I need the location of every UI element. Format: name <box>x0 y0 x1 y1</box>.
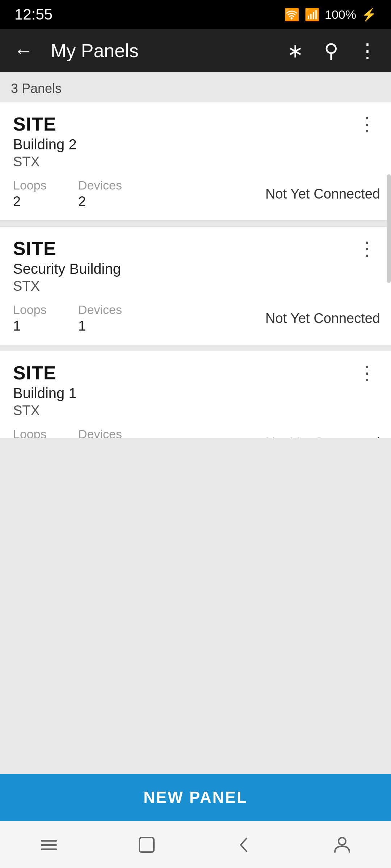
svg-rect-3 <box>139 838 154 852</box>
nav-menu-icon[interactable] <box>27 830 71 859</box>
panel-type-2: STX <box>13 403 77 418</box>
panel-card-0[interactable]: SITE Building 2 STX ⋮ Loops 2 Devices 2 … <box>0 102 391 221</box>
back-button[interactable]: ← <box>11 39 36 62</box>
panel-more-button-1[interactable]: ⋮ <box>354 239 380 258</box>
devices-stat-0: Devices 2 <box>78 178 143 209</box>
loops-label-0: Loops <box>13 178 78 192</box>
svg-rect-1 <box>41 844 57 846</box>
panel-site-label-0: SITE <box>13 113 77 135</box>
panel-name-1: Security Building <box>13 261 121 277</box>
loops-stat-2: Loops 1 <box>13 427 78 438</box>
nav-bar <box>0 821 391 868</box>
panel-more-button-2[interactable]: ⋮ <box>354 363 380 382</box>
spacer <box>0 438 391 774</box>
battery-text: 100% <box>325 8 356 22</box>
panel-card-info-2: SITE Building 1 STX <box>13 362 77 418</box>
panel-stats-2: Loops 1 Devices 1 Not Yet Connected <box>13 427 380 438</box>
panel-stats-1: Loops 1 Devices 1 Not Yet Connected <box>13 303 380 334</box>
status-bar: 12:55 🛜 📶 100% ⚡ <box>0 0 391 29</box>
panel-card-1[interactable]: SITE Security Building STX ⋮ Loops 1 Dev… <box>0 226 391 345</box>
panel-name-2: Building 1 <box>13 385 77 401</box>
loops-value-0: 2 <box>13 194 78 209</box>
devices-label-1: Devices <box>78 303 143 317</box>
svg-rect-2 <box>41 848 57 850</box>
app-bar-title: My Panels <box>51 40 272 61</box>
devices-stat-2: Devices 1 <box>78 427 143 438</box>
signal-icon: 📶 <box>304 7 320 22</box>
battery-icon: ⚡ <box>361 7 377 22</box>
loops-value-1: 1 <box>13 318 78 334</box>
status-icons: 🛜 📶 100% ⚡ <box>284 7 377 22</box>
devices-stat-1: Devices 1 <box>78 303 143 334</box>
wifi-icon: 🛜 <box>284 7 299 22</box>
search-icon[interactable]: ⚲ <box>319 39 344 62</box>
new-panel-button[interactable]: NEW PANEL <box>0 774 391 821</box>
panel-status-0: Not Yet Connected <box>265 186 380 202</box>
devices-label-2: Devices <box>78 427 143 438</box>
nav-profile-icon[interactable] <box>320 830 364 859</box>
loops-stat-0: Loops 2 <box>13 178 78 209</box>
panel-card-2[interactable]: SITE Building 1 STX ⋮ Loops 1 Devices 1 … <box>0 351 391 438</box>
more-options-icon[interactable]: ⋮ <box>355 39 380 62</box>
panel-site-label-2: SITE <box>13 362 77 384</box>
panel-status-2: Not Yet Connected <box>265 435 380 438</box>
panel-more-button-0[interactable]: ⋮ <box>354 115 380 133</box>
panel-type-0: STX <box>13 154 77 170</box>
svg-point-4 <box>339 838 346 845</box>
loops-stat-1: Loops 1 <box>13 303 78 334</box>
scrollbar <box>387 174 391 283</box>
panels-count: 3 Panels <box>0 72 391 102</box>
loops-label-2: Loops <box>13 427 78 438</box>
devices-label-0: Devices <box>78 178 143 192</box>
panel-status-1: Not Yet Connected <box>265 311 380 326</box>
devices-value-1: 1 <box>78 318 143 334</box>
panels-list: SITE Building 2 STX ⋮ Loops 2 Devices 2 … <box>0 102 391 438</box>
loops-label-1: Loops <box>13 303 78 317</box>
app-bar: ← My Panels ∗ ⚲ ⋮ <box>0 29 391 72</box>
devices-value-0: 2 <box>78 194 143 209</box>
svg-rect-0 <box>41 840 57 842</box>
panel-card-info-1: SITE Security Building STX <box>13 238 121 294</box>
status-time: 12:55 <box>14 6 52 23</box>
panel-site-label-1: SITE <box>13 238 121 259</box>
panel-name-0: Building 2 <box>13 136 77 153</box>
panel-type-1: STX <box>13 278 121 294</box>
panel-card-info-0: SITE Building 2 STX <box>13 113 77 170</box>
bluetooth-icon[interactable]: ∗ <box>282 39 308 62</box>
panel-stats-0: Loops 2 Devices 2 Not Yet Connected <box>13 178 380 209</box>
nav-back-icon[interactable] <box>223 830 266 859</box>
nav-home-icon[interactable] <box>125 830 168 859</box>
